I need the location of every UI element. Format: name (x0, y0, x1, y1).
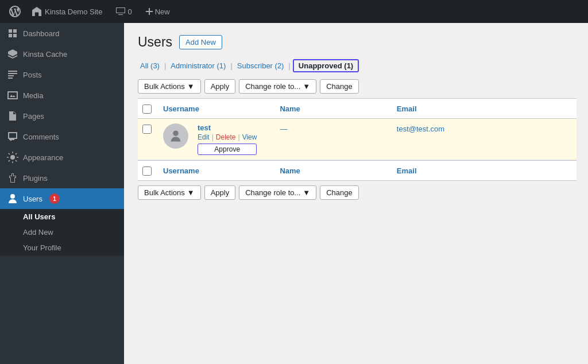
kinsta-icon (7, 48, 18, 60)
user-username-cell: test Edit | Delete | View Approve (163, 123, 280, 155)
submenu-add-new[interactable]: Add New (0, 224, 124, 240)
posts-icon (7, 69, 18, 80)
svg-point-0 (10, 155, 15, 160)
users-badge: 1 (49, 193, 60, 204)
sidebar-label-appearance: Appearance (23, 153, 63, 162)
chevron-down-icon-2: ▼ (303, 82, 310, 91)
page-title: Users (138, 34, 172, 50)
change-button-top[interactable]: Change (320, 79, 359, 94)
column-footer-username[interactable]: Username (163, 166, 280, 175)
adminbar-comments[interactable]: 0 (109, 0, 138, 23)
sidebar-label-media: Media (23, 91, 43, 100)
sidebar-item-plugins[interactable]: Plugins (0, 168, 124, 188)
page-header: Users Add New (138, 34, 577, 50)
table-footer-header: Username Name Email (138, 160, 577, 181)
filter-subscriber[interactable]: Subscriber (2) (235, 60, 287, 71)
table-row: test Edit | Delete | View Approve — (138, 119, 577, 160)
appearance-icon (7, 152, 18, 163)
chevron-down-icon-3: ▼ (187, 188, 195, 197)
footer-checkbox-cell (142, 165, 163, 176)
bulk-actions-dropdown[interactable]: Bulk Actions ▼ (138, 79, 201, 94)
change-button-bottom[interactable]: Change (320, 185, 359, 200)
comments-icon (7, 131, 18, 142)
row-checkbox[interactable] (142, 125, 152, 134)
user-email-cell: test@test.com (397, 123, 572, 133)
your-profile-label: Your Profile (23, 243, 61, 252)
site-name-label: Kinsta Demo Site (45, 7, 102, 16)
main-content: Users Add New All (3) | Administrator (1… (124, 23, 588, 364)
column-header-username[interactable]: Username (163, 104, 280, 113)
sidebar-item-users[interactable]: Users 1 (0, 188, 124, 209)
apply-button-bottom[interactable]: Apply (204, 185, 236, 200)
media-icon (7, 90, 18, 101)
column-header-email: Email (397, 104, 572, 113)
user-name-cell: — (280, 123, 396, 133)
comments-count-label: 0 (127, 7, 131, 16)
all-users-label: All Users (23, 212, 55, 221)
user-info: test Edit | Delete | View Approve (198, 123, 257, 155)
sidebar-item-pages[interactable]: Pages (0, 106, 124, 126)
column-footer-email: Email (397, 166, 572, 175)
new-label: New (155, 7, 170, 16)
table-header: Username Name Email (138, 98, 577, 119)
users-icon (7, 193, 18, 204)
bulk-actions-dropdown-bottom[interactable]: Bulk Actions ▼ (138, 185, 201, 200)
select-all-checkbox[interactable] (142, 104, 152, 114)
select-all-checkbox-bottom[interactable] (142, 166, 152, 176)
wp-logo[interactable] (5, 0, 25, 23)
header-checkbox-cell (142, 103, 163, 114)
pages-icon (7, 110, 18, 122)
column-header-name: Name (280, 104, 396, 113)
sidebar-label-users: Users (23, 195, 42, 203)
user-avatar (163, 123, 188, 149)
sidebar-label-posts: Posts (23, 71, 42, 79)
plugins-icon (7, 172, 18, 184)
top-toolbar: Bulk Actions ▼ Apply Change role to... ▼… (138, 79, 577, 94)
chevron-down-icon-4: ▼ (303, 188, 310, 197)
chevron-down-icon: ▼ (187, 82, 195, 91)
filter-all[interactable]: All (3) (138, 60, 162, 71)
sidebar-item-media[interactable]: Media (0, 85, 124, 106)
sidebar-label-comments: Comments (23, 133, 59, 141)
admin-bar: Kinsta Demo Site 0 New (0, 0, 588, 23)
row-checkbox-cell (142, 123, 163, 134)
user-name-label: test (198, 123, 257, 132)
edit-link[interactable]: Edit (198, 133, 210, 141)
submenu-your-profile[interactable]: Your Profile (0, 240, 124, 255)
delete-link[interactable]: Delete (216, 133, 236, 141)
change-role-dropdown-bottom[interactable]: Change role to... ▼ (239, 185, 316, 200)
adminbar-site[interactable]: Kinsta Demo Site (25, 0, 109, 23)
sidebar-item-posts[interactable]: Posts (0, 64, 124, 85)
sidebar-item-appearance[interactable]: Appearance (0, 147, 124, 168)
filter-administrator[interactable]: Administrator (1) (168, 60, 228, 71)
sidebar-item-kinsta-cache[interactable]: Kinsta Cache (0, 44, 124, 64)
user-action-links: Edit | Delete | View (198, 133, 257, 141)
approve-button[interactable]: Approve (198, 144, 257, 155)
sidebar-label-pages: Pages (23, 112, 44, 121)
sidebar-label-dashboard: Dashboard (23, 29, 60, 38)
filter-unapproved[interactable]: Unapproved (1) (293, 59, 359, 72)
change-role-dropdown[interactable]: Change role to... ▼ (239, 79, 316, 94)
column-footer-name: Name (280, 166, 396, 175)
filter-links: All (3) | Administrator (1) | Subscriber… (138, 59, 577, 72)
sidebar-item-dashboard[interactable]: Dashboard (0, 23, 124, 44)
add-new-user-label: Add New (23, 228, 53, 237)
apply-button-top[interactable]: Apply (204, 79, 236, 94)
view-link[interactable]: View (242, 133, 257, 141)
bottom-toolbar: Bulk Actions ▼ Apply Change role to... ▼… (138, 185, 577, 200)
sidebar-label-kinsta: Kinsta Cache (23, 50, 67, 59)
sidebar: Dashboard Kinsta Cache Posts Media (0, 23, 124, 364)
sidebar-item-comments[interactable]: Comments (0, 126, 124, 147)
add-new-button[interactable]: Add New (179, 35, 222, 49)
users-submenu: All Users Add New Your Profile (0, 209, 124, 255)
dashboard-icon (7, 28, 18, 39)
adminbar-new[interactable]: New (139, 0, 177, 23)
submenu-all-users[interactable]: All Users (0, 209, 124, 224)
sidebar-label-plugins: Plugins (23, 174, 48, 183)
